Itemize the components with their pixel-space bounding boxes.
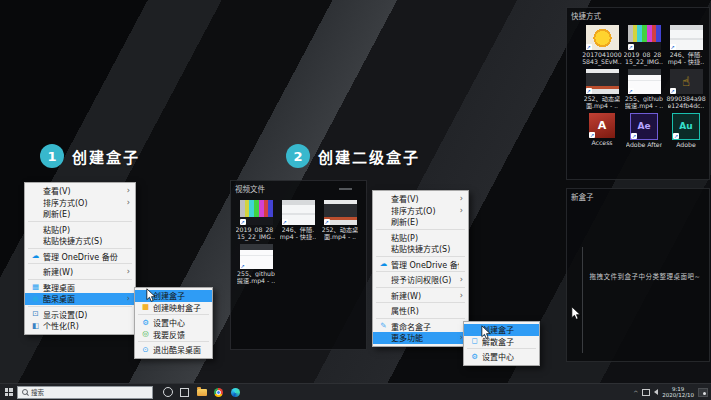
pencil-icon: ✎ <box>376 322 391 330</box>
file-shortcut[interactable]: ↗ 2019_08_28_ 15_22_IMG.. <box>235 200 277 241</box>
step-badge-1: 1 创建盒子 <box>40 144 140 168</box>
submenu-arrow-icon: › <box>456 275 463 284</box>
shortcut-arrow-icon: ↗ <box>240 263 246 269</box>
file-shortcut[interactable]: ↗ 246、伴随. mp4 - 快捷.. <box>277 200 319 241</box>
page1-thumbnail: ↗ <box>282 200 315 225</box>
file-shortcut[interactable]: ↗ 255、github 提速.mp4 - .. <box>235 244 277 285</box>
drop-icon: ● <box>28 295 43 303</box>
file-shortcut[interactable]: ↗ 2019_08_28_ 15_22_IMG.. <box>623 25 665 66</box>
menu-item[interactable]: 排序方式(O) › <box>373 205 468 217</box>
submenu-arrow-icon: › <box>123 186 130 195</box>
taskbar-search-input[interactable]: 搜索 <box>17 386 153 399</box>
file-shortcut[interactable]: ↗ 255、github 提速.mp4 - .. <box>623 69 665 110</box>
boxd-icon: ◻ <box>467 337 482 345</box>
menu-item[interactable]: 刷新(E) <box>25 208 135 220</box>
file-shortcut[interactable]: ↗ 246、伴随. mp4 - 快捷.. <box>665 25 707 66</box>
menu-item[interactable]: 查看(V) › <box>25 185 135 197</box>
menu-item[interactable]: 粘贴(P) <box>25 224 135 236</box>
file-name-line1: 255、github <box>237 270 275 277</box>
step-number-circle: 2 <box>286 144 310 168</box>
page3-thumbnail: ↗ <box>240 244 273 269</box>
taskbar-clock[interactable]: 9:19 2020/12/10 <box>662 386 694 398</box>
menu-item[interactable]: 粘贴快捷方式(S) <box>25 235 135 247</box>
submenu-arrow-icon: › <box>123 294 130 303</box>
menu-item[interactable]: ⊡ 显示设置(D) <box>25 309 135 321</box>
menu-item[interactable]: 粘贴(P) <box>373 232 468 244</box>
menu-item[interactable]: ■ 创建映射盒子 <box>135 302 212 314</box>
folder-icon <box>197 389 207 396</box>
file-name-line1: 252、动态桌 <box>584 95 621 102</box>
file-name-line2: 面.mp4 - .. <box>324 233 356 240</box>
menu-item[interactable]: ⚙ 设置中心 <box>464 351 539 363</box>
edge-button[interactable] <box>227 384 244 400</box>
box-title: 视频文件 <box>235 183 329 194</box>
menu-item[interactable]: 排序方式(O) › <box>25 197 135 209</box>
submenu-arrow-icon: › <box>123 198 130 207</box>
notification-center-icon[interactable] <box>698 388 708 397</box>
menu-item[interactable]: ⊙ 退出酷呆桌面 <box>135 344 212 356</box>
page3-thumbnail: ↗ <box>628 69 661 94</box>
shortcut-arrow-icon: ↗ <box>670 44 676 50</box>
file-shortcut[interactable]: ↗ 252、动态桌 面.mp4 - .. <box>319 200 361 241</box>
menu-item[interactable]: 授予访问权限(G) › <box>373 274 468 286</box>
volume-icon[interactable] <box>654 389 658 395</box>
chrome-button[interactable] <box>210 384 227 400</box>
ae-thumbnail: Ae ↗ <box>630 113 658 140</box>
thumb-mark: Ae <box>637 121 650 131</box>
menu-item[interactable]: ◻ 解散盒子 <box>464 336 539 348</box>
file-name-line1: 8990384a98 <box>666 95 705 102</box>
cloud-icon: ☁ <box>376 260 391 268</box>
menu-item[interactable]: ⚙ 设置中心 <box>135 317 212 329</box>
tray-expand-icon[interactable]: ^ <box>633 389 638 396</box>
file-name-line2: 15_22_IMG.. <box>237 233 275 240</box>
windows-logo-icon <box>5 388 13 396</box>
empty-box-hint: 拖拽文件到盒子中分类整理桌面吧~ <box>585 271 705 281</box>
tv-thumbnail: ↗ <box>240 200 273 225</box>
file-shortcut[interactable]: ↗ 252、动态桌 面.mp4 - .. <box>581 69 623 110</box>
menu-item[interactable]: ◧ 个性化(R) <box>25 320 135 332</box>
task-view-button[interactable] <box>176 384 193 400</box>
file-shortcut[interactable]: A ↗ Access <box>581 113 623 148</box>
mouse-cursor-icon <box>146 288 156 303</box>
menu-item[interactable]: 属性(R) <box>373 305 468 317</box>
file-name-line1: 255、github <box>625 95 663 102</box>
file-shortcut[interactable]: Ae ↗ Adobe After <box>623 113 665 148</box>
menu-item[interactable]: 刷新(E) <box>373 216 468 228</box>
menu-item[interactable]: ● 酷呆桌面 › <box>25 293 135 305</box>
menu-item[interactable]: ☁ 管理 OneDrive 备份 <box>25 251 135 263</box>
file-name-line2: 提速.mp4 - .. <box>625 102 663 109</box>
step-number-circle: 1 <box>40 144 64 168</box>
shortcut-arrow-icon: ↗ <box>586 44 592 50</box>
menu-item[interactable]: ◎ 我要反馈 <box>135 329 212 341</box>
step-label: 创建二级盒子 <box>318 146 420 167</box>
desktop-wallpaper[interactable]: 1 创建盒子 2 创建二级盒子 视频文件 ↗ 2019_08_28_ 15_22… <box>0 0 711 400</box>
menu-item[interactable]: 查看(V) › <box>373 193 468 205</box>
menu-item[interactable]: 新建(W) › <box>25 266 135 278</box>
search-icon <box>22 389 28 395</box>
more-icon: ⋯ <box>376 334 391 342</box>
box-context-menu: 查看(V) › 排序方式(O) › 刷新(E) 粘贴(P) 粘贴快捷方式(S) … <box>372 190 469 347</box>
file-explorer-button[interactable] <box>193 384 210 400</box>
folder-icon: ■ <box>138 303 153 311</box>
menu-item[interactable]: 新建(W) › <box>373 290 468 302</box>
start-button[interactable] <box>0 384 17 400</box>
menu-item[interactable]: □ 创建盒子 <box>464 324 539 336</box>
file-shortcut[interactable]: Au ↗ Adobe <box>665 113 707 148</box>
menu-item[interactable]: ✎ 重命名盒子 <box>373 321 468 333</box>
access-thumbnail: A ↗ <box>589 113 615 138</box>
edge-icon <box>231 388 240 397</box>
mouse-cursor-icon <box>571 306 581 321</box>
menu-item[interactable]: 粘贴快捷方式(S) <box>373 243 468 255</box>
page1-thumbnail: ↗ <box>670 25 703 50</box>
shortcut-arrow-icon: ↗ <box>628 88 634 94</box>
cortana-button[interactable] <box>159 384 176 400</box>
au-thumbnail: Au ↗ <box>672 113 700 140</box>
file-shortcut[interactable]: ☝ ↗ 8990384a98 e124fb4dc.. <box>665 69 707 110</box>
shortcut-arrow-icon: ↗ <box>631 133 637 139</box>
menu-item[interactable]: ▦ 整理桌面 <box>25 282 135 294</box>
menu-item[interactable]: ☁ 管理 OneDrive 备份 <box>373 259 468 271</box>
grid-icon: ▦ <box>28 283 43 291</box>
file-shortcut[interactable]: ↗ 2017041000 5843_SEvM.. <box>581 25 623 66</box>
menu-item[interactable]: ⋯ 更多功能 › <box>373 332 468 344</box>
input-method-icon[interactable] <box>642 389 650 396</box>
